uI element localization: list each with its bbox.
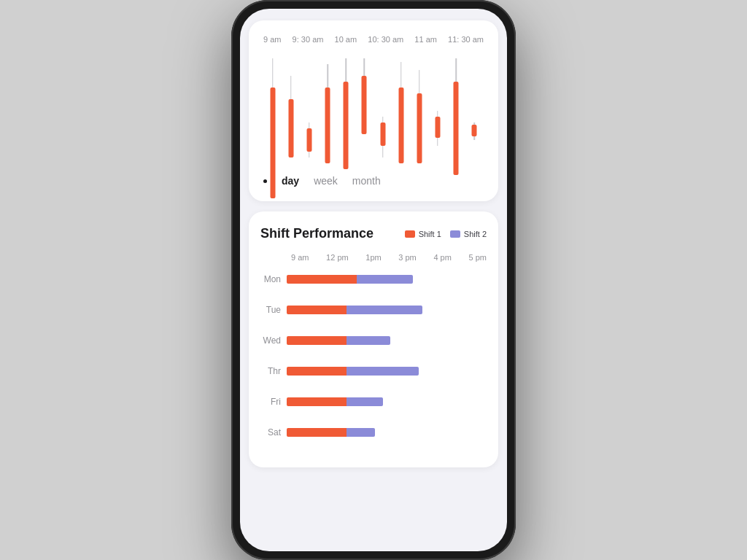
candle-7 — [395, 52, 408, 169]
shift1-color-swatch — [405, 230, 415, 238]
candle-body-10 — [454, 82, 459, 175]
candle-body-3 — [325, 88, 330, 163]
shift2-bar-wed — [347, 336, 390, 345]
bar-container-mon — [287, 275, 487, 284]
day-label-thr: Thr — [260, 366, 287, 376]
candlestick-chart — [260, 52, 487, 169]
candle-0 — [266, 52, 279, 169]
day-label-tue: Tue — [260, 305, 287, 315]
shift2-bar-mon — [357, 275, 413, 284]
shift1-bar-sat — [287, 428, 347, 437]
candle-body-2 — [306, 128, 311, 152]
time-label-1: 9 am — [263, 35, 281, 44]
shift2-label: Shift 2 — [464, 230, 487, 238]
time-label-3: 10 am — [335, 35, 357, 44]
gantt-row-tue: Tue — [260, 300, 487, 320]
shift2-bar-sat — [347, 428, 374, 437]
shift-time-2: 12 pm — [326, 253, 349, 262]
time-label-6: 11: 30 am — [448, 35, 484, 44]
period-day-button[interactable]: day — [282, 175, 299, 187]
candlestick-card: 9 am 9: 30 am 10 am 10: 30 am 11 am 11: … — [249, 20, 498, 201]
candle-11 — [468, 52, 481, 169]
candle-body-1 — [288, 99, 293, 158]
bar-container-tue — [287, 306, 487, 314]
screen-content: 9 am 9: 30 am 10 am 10: 30 am 11 am 11: … — [240, 9, 507, 551]
shift-performance-header: Shift Performance Shift 1 Shift 2 — [260, 226, 487, 241]
time-label-5: 11 am — [414, 35, 437, 44]
shift-time-6: 5 pm — [469, 253, 487, 262]
shift-performance-card: Shift Performance Shift 1 Shift 2 9 am — [249, 211, 498, 467]
candle-body-11 — [472, 125, 477, 136]
candle-1 — [285, 52, 298, 169]
candle-6 — [376, 52, 390, 169]
candle-5 — [357, 52, 371, 169]
candle-body-4 — [344, 82, 349, 169]
shift-legend: Shift 1 Shift 2 — [405, 230, 487, 238]
day-label-fri: Fri — [260, 397, 287, 407]
candle-body-0 — [270, 88, 275, 198]
gantt-row-fri: Fri — [260, 392, 487, 412]
shift1-bar-fri — [287, 397, 347, 406]
bar-container-thr — [287, 367, 487, 376]
gantt-row-wed: Wed — [260, 330, 487, 351]
candle-3 — [321, 52, 334, 169]
shift1-bar-mon — [287, 275, 357, 284]
shift-time-1: 9 am — [291, 253, 309, 262]
shift1-label: Shift 1 — [419, 230, 441, 238]
shift-time-4: 3 pm — [398, 253, 416, 262]
time-label-2: 9: 30 am — [293, 35, 324, 44]
time-label-4: 10: 30 am — [368, 35, 403, 44]
shift1-bar-tue — [287, 306, 347, 314]
gantt-row-sat: Sat — [260, 422, 487, 443]
shift-time-3: 1pm — [365, 253, 381, 262]
period-dot — [263, 179, 267, 183]
shift2-bar-thr — [347, 367, 419, 376]
shift-time-5: 4 pm — [433, 253, 451, 262]
period-week-button[interactable]: week — [314, 175, 338, 187]
bar-container-fri — [287, 397, 487, 406]
shift1-bar-wed — [287, 336, 347, 345]
day-label-wed: Wed — [260, 335, 287, 346]
shift-performance-title: Shift Performance — [260, 226, 374, 241]
bar-container-wed — [287, 336, 487, 345]
candle-body-8 — [417, 93, 422, 163]
phone-frame: 9 am 9: 30 am 10 am 10: 30 am 11 am 11: … — [231, 0, 516, 560]
shift2-bar-fri — [347, 397, 382, 406]
day-label-sat: Sat — [260, 427, 287, 438]
legend-shift2: Shift 2 — [450, 230, 487, 238]
candle-body-9 — [435, 117, 440, 138]
gantt-row-mon: Mon — [260, 269, 487, 289]
shift1-bar-thr — [287, 367, 347, 376]
shift2-color-swatch — [450, 230, 460, 238]
period-selector: day week month — [260, 169, 487, 187]
candle-body-7 — [398, 88, 403, 163]
candle-4 — [339, 52, 352, 169]
period-month-button[interactable]: month — [352, 175, 381, 187]
day-label-mon: Mon — [260, 274, 287, 284]
candle-8 — [413, 52, 426, 169]
candle-10 — [449, 52, 462, 169]
bar-container-sat — [287, 428, 487, 437]
phone-screen: 9 am 9: 30 am 10 am 10: 30 am 11 am 11: … — [240, 9, 507, 551]
candle-body-6 — [380, 122, 385, 146]
shift2-bar-tue — [347, 306, 422, 314]
legend-shift1: Shift 1 — [405, 230, 441, 238]
candle-2 — [303, 52, 316, 169]
time-labels-row: 9 am 9: 30 am 10 am 10: 30 am 11 am 11: … — [260, 35, 487, 44]
gantt-row-thr: Thr — [260, 361, 487, 381]
candle-9 — [431, 52, 444, 169]
gantt-chart: MonTueWedThrFriSat — [260, 269, 487, 443]
shift-time-labels: 9 am 12 pm 1pm 3 pm 4 pm 5 pm — [260, 253, 487, 262]
candle-body-5 — [362, 76, 367, 134]
